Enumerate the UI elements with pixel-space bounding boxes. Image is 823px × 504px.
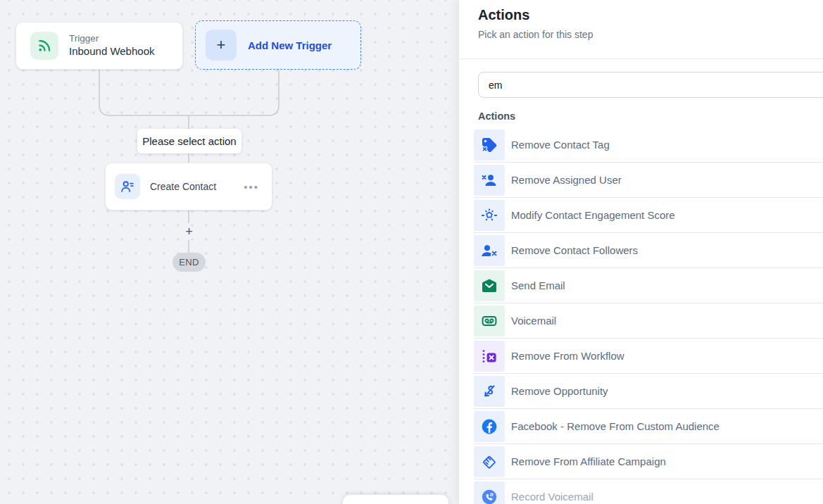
- engagement-score-icon: [474, 200, 505, 231]
- trigger-node[interactable]: Trigger Inbound Webhook: [15, 22, 183, 70]
- action-item[interactable]: Remove Opportunity: [474, 374, 823, 409]
- action-item[interactable]: Remove Contact Followers: [474, 233, 823, 268]
- followers-remove-icon: [474, 235, 505, 266]
- create-contact-node[interactable]: Create Contact •••: [105, 163, 272, 210]
- plus-icon: +: [206, 30, 237, 61]
- action-item-label: Remove Assigned User: [511, 174, 622, 186]
- opportunity-remove-icon: [474, 376, 505, 407]
- webhook-trigger-icon: [30, 32, 58, 60]
- tag-remove-icon: [474, 130, 505, 160]
- action-list: Remove Contact Tag Remove Assigned User …: [474, 127, 823, 504]
- voicemail-icon: [474, 305, 505, 336]
- workflow-builder: Trigger Inbound Webhook + Add New Trigge…: [0, 0, 823, 504]
- action-item[interactable]: Remove Contact Tag: [474, 127, 823, 163]
- add-new-trigger-button[interactable]: + Add New Trigger: [195, 20, 361, 70]
- action-item[interactable]: Facebook - Remove From Custom Audience: [474, 409, 823, 444]
- action-item[interactable]: Modify Contact Engagement Score: [474, 198, 823, 233]
- node-menu-button[interactable]: •••: [241, 179, 262, 194]
- end-badge: END: [172, 253, 206, 272]
- facebook-icon: [474, 411, 505, 442]
- action-item[interactable]: Voicemail: [474, 303, 823, 339]
- action-item-label: Facebook - Remove From Custom Audience: [511, 420, 720, 432]
- actions-section-label: Actions: [478, 111, 823, 122]
- create-contact-label: Create Contact: [150, 181, 241, 192]
- action-item-label: Record Voicemail: [511, 491, 593, 503]
- trigger-kind-label: Trigger: [69, 33, 155, 45]
- workflow-canvas[interactable]: Trigger Inbound Webhook + Add New Trigge…: [0, 0, 458, 504]
- actions-panel: Actions Pick an action for this step Act…: [458, 0, 823, 504]
- panel-subtitle: Pick an action for this step: [478, 29, 804, 40]
- action-search-input[interactable]: [478, 72, 823, 98]
- canvas-bottom-toolbar[interactable]: [343, 495, 448, 504]
- record-voicemail-icon: [474, 481, 505, 504]
- send-email-icon: [474, 270, 505, 301]
- action-item-label: Remove Contact Followers: [511, 244, 638, 256]
- connector-lines: [0, 0, 458, 504]
- select-action-hint: Please select action: [137, 129, 241, 153]
- action-item[interactable]: Remove Assigned User: [474, 163, 823, 198]
- action-item-label: Remove From Workflow: [511, 350, 624, 362]
- trigger-name-label: Inbound Webhook: [69, 45, 155, 58]
- action-item[interactable]: Send Email: [474, 268, 823, 303]
- action-item-label: Remove From Affiliate Campaign: [511, 455, 666, 467]
- action-item-label: Remove Opportunity: [511, 385, 608, 397]
- add-step-button[interactable]: +: [180, 224, 198, 239]
- add-new-trigger-label: Add New Trigger: [248, 39, 332, 51]
- user-remove-icon: [474, 165, 505, 196]
- action-item[interactable]: Remove From Affiliate Campaign: [474, 444, 823, 479]
- create-contact-icon: [115, 174, 140, 199]
- action-item-label: Modify Contact Engagement Score: [511, 209, 675, 221]
- action-item-label: Voicemail: [511, 315, 556, 327]
- action-item[interactable]: Remove From Workflow: [474, 339, 823, 374]
- action-item-label: Send Email: [511, 279, 565, 291]
- action-item-label: Remove Contact Tag: [511, 139, 610, 151]
- panel-title: Actions: [478, 7, 804, 23]
- handshake-icon: [474, 446, 505, 477]
- action-item[interactable]: Record Voicemail: [474, 479, 823, 504]
- workflow-remove-icon: [474, 341, 505, 372]
